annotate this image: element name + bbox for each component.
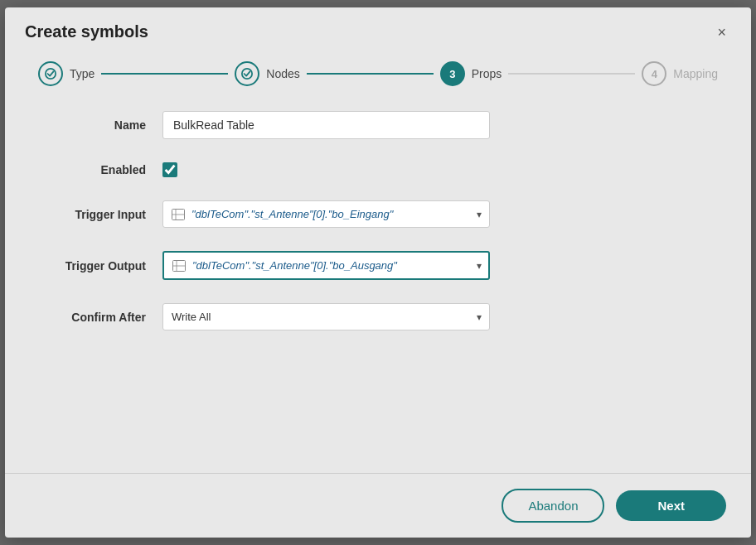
confirm-after-row: Confirm After Write All ▾ — [55, 303, 701, 330]
modal-footer: Abandon Next — [5, 473, 751, 538]
trigger-input-icon — [172, 209, 185, 220]
step-circle-nodes — [235, 61, 259, 86]
step-mapping: 4 Mapping — [642, 61, 718, 86]
confirm-after-dropdown[interactable]: Write All ▾ — [162, 303, 490, 330]
step-line-2 — [307, 73, 434, 75]
trigger-output-label: Trigger Output — [55, 259, 162, 272]
step-label-props: Props — [472, 67, 502, 80]
enabled-label: Enabled — [55, 163, 162, 176]
confirm-after-button[interactable]: Write All — [162, 303, 490, 330]
modal-body: Name Enabled Trigger Input — [5, 103, 751, 473]
step-line-1 — [101, 73, 228, 75]
trigger-output-control: "dblTeCom"."st_Antenne"[0]."bo_Ausgang" … — [162, 251, 490, 280]
step-line-3 — [508, 73, 635, 75]
enabled-checkbox[interactable] — [162, 162, 177, 177]
modal-header: Create symbols × — [5, 7, 751, 53]
step-label-mapping: Mapping — [673, 67, 718, 80]
enabled-control — [162, 162, 490, 177]
abandon-button[interactable]: Abandon — [502, 489, 604, 523]
trigger-output-button[interactable]: "dblTeCom"."st_Antenne"[0]."bo_Ausgang" — [162, 251, 490, 280]
name-control — [162, 111, 490, 139]
step-label-nodes: Nodes — [266, 67, 299, 80]
name-row: Name — [55, 111, 701, 139]
modal-title: Create symbols — [25, 22, 148, 41]
trigger-output-value: "dblTeCom"."st_Antenne"[0]."bo_Ausgang" — [192, 259, 397, 272]
step-label-type: Type — [70, 67, 94, 80]
modal-dialog: Create symbols × Type — [5, 7, 751, 538]
next-button[interactable]: Next — [616, 490, 726, 521]
trigger-input-row: Trigger Input "dblTeCom"."st_Ant — [55, 200, 701, 228]
name-input[interactable] — [162, 111, 490, 139]
step-props: 3 Props — [440, 61, 502, 86]
modal-overlay: Create symbols × Type — [0, 0, 756, 545]
confirm-after-value: Write All — [172, 311, 211, 323]
step-circle-props: 3 — [440, 61, 465, 86]
trigger-input-button[interactable]: "dblTeCom"."st_Antenne"[0]."bo_Eingang" — [162, 200, 490, 228]
trigger-input-value: "dblTeCom"."st_Antenne"[0]."bo_Eingang" — [191, 208, 393, 220]
step-type: Type — [38, 61, 94, 86]
confirm-after-label: Confirm After — [55, 311, 162, 324]
step-circle-mapping: 4 — [642, 61, 666, 86]
trigger-output-dropdown[interactable]: "dblTeCom"."st_Antenne"[0]."bo_Ausgang" … — [162, 251, 490, 280]
trigger-output-icon — [172, 260, 186, 272]
step-nodes: Nodes — [235, 61, 299, 86]
trigger-input-dropdown[interactable]: "dblTeCom"."st_Antenne"[0]."bo_Eingang" … — [162, 200, 490, 228]
stepper: Type Nodes 3 Props — [5, 53, 751, 103]
step-circle-type — [38, 61, 63, 86]
close-button[interactable]: × — [712, 23, 731, 41]
trigger-input-label: Trigger Input — [55, 208, 162, 221]
confirm-after-control: Write All ▾ — [162, 303, 490, 330]
enabled-row: Enabled — [55, 162, 701, 177]
trigger-output-row: Trigger Output "dblTeCom"."st_An — [55, 251, 701, 280]
name-label: Name — [55, 118, 162, 132]
trigger-input-control: "dblTeCom"."st_Antenne"[0]."bo_Eingang" … — [162, 200, 490, 228]
